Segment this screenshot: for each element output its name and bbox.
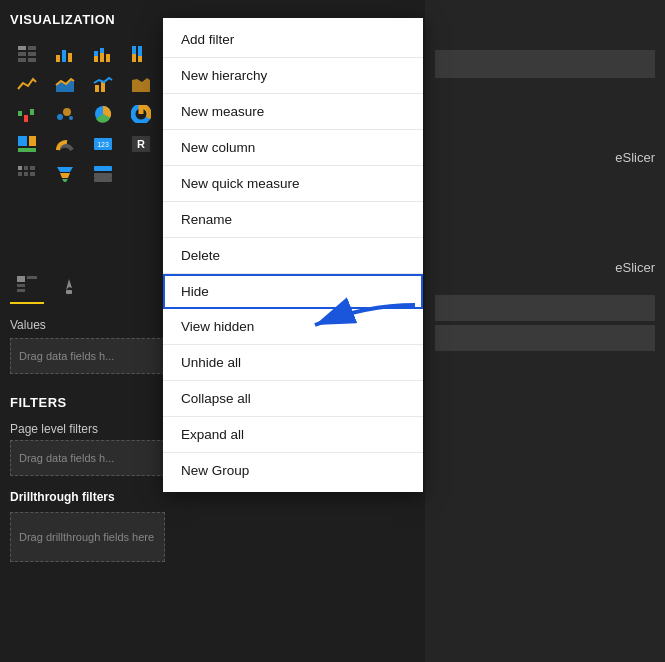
svg-rect-37 bbox=[18, 166, 22, 170]
svg-rect-7 bbox=[62, 50, 66, 62]
right-panel: eSlicer eSlicer bbox=[425, 0, 665, 662]
svg-rect-5 bbox=[28, 58, 36, 62]
svg-rect-4 bbox=[18, 58, 26, 62]
menu-item-new-hierarchy[interactable]: New hierarchy bbox=[163, 58, 423, 94]
drag-page-filters-label: Drag data fields h... bbox=[19, 452, 114, 464]
svg-rect-10 bbox=[94, 51, 98, 56]
svg-rect-1 bbox=[28, 46, 36, 50]
svg-rect-11 bbox=[100, 53, 104, 62]
svg-rect-46 bbox=[94, 166, 112, 171]
svg-rect-9 bbox=[94, 56, 98, 62]
right-dark-bar-2 bbox=[435, 325, 655, 351]
svg-point-25 bbox=[57, 114, 63, 120]
page-level-filters-label: Page level filters bbox=[10, 422, 98, 436]
viz-icon-ribbon[interactable] bbox=[124, 70, 158, 98]
menu-item-rename[interactable]: Rename bbox=[163, 202, 423, 238]
viz-icon-funnel[interactable] bbox=[48, 160, 82, 188]
menu-item-new-column[interactable]: New column bbox=[163, 130, 423, 166]
context-menu: Add filterNew hierarchyNew measureNew co… bbox=[163, 18, 423, 492]
svg-rect-0 bbox=[18, 46, 26, 50]
svg-rect-38 bbox=[24, 166, 28, 170]
viz-icon-matrix[interactable] bbox=[10, 160, 44, 188]
viz-icon-bar[interactable] bbox=[48, 40, 82, 68]
menu-item-expand-all[interactable]: Expand all bbox=[163, 417, 423, 453]
viz-icon-combo[interactable] bbox=[86, 70, 120, 98]
svg-marker-44 bbox=[60, 173, 70, 178]
drag-data-fields-label: Drag data fields h... bbox=[19, 350, 114, 362]
svg-rect-12 bbox=[100, 48, 104, 53]
svg-marker-18 bbox=[56, 79, 74, 92]
viz-icon-waterfall[interactable] bbox=[10, 100, 44, 128]
svg-marker-45 bbox=[62, 179, 68, 182]
right-dark-bar-1 bbox=[435, 295, 655, 321]
viz-icon-donut[interactable] bbox=[124, 100, 158, 128]
drillthrough-label: Drillthrough filters bbox=[10, 490, 115, 504]
menu-item-new-quick-measure[interactable]: New quick measure bbox=[163, 166, 423, 202]
menu-item-view-hidden[interactable]: View hidden bbox=[163, 309, 423, 345]
right-label-eslicer1: eSlicer bbox=[615, 150, 655, 165]
viz-icons-grid: 123 R bbox=[10, 40, 165, 188]
svg-rect-49 bbox=[17, 276, 25, 282]
svg-rect-47 bbox=[94, 173, 112, 178]
svg-rect-40 bbox=[18, 172, 22, 176]
values-label: Values bbox=[10, 318, 46, 332]
search-bar[interactable] bbox=[435, 50, 655, 78]
viz-icon-r[interactable]: R bbox=[124, 130, 158, 158]
svg-rect-23 bbox=[24, 115, 28, 122]
svg-rect-22 bbox=[18, 111, 22, 116]
viz-icon-table[interactable] bbox=[10, 40, 44, 68]
viz-icon-scatter[interactable] bbox=[48, 100, 82, 128]
svg-marker-43 bbox=[57, 167, 73, 172]
format-icon[interactable] bbox=[52, 270, 86, 304]
svg-rect-24 bbox=[30, 109, 34, 115]
viz-icon-card[interactable]: 123 bbox=[86, 130, 120, 158]
svg-rect-39 bbox=[30, 166, 35, 170]
svg-rect-42 bbox=[30, 172, 35, 176]
viz-icon-area[interactable] bbox=[48, 70, 82, 98]
svg-rect-50 bbox=[17, 284, 25, 287]
svg-point-27 bbox=[69, 116, 73, 120]
viz-icon-treemap[interactable] bbox=[10, 130, 44, 158]
fields-icon[interactable] bbox=[10, 270, 44, 304]
drag-data-fields-box[interactable]: Drag data fields h... bbox=[10, 338, 165, 374]
svg-text:R: R bbox=[137, 138, 145, 150]
svg-rect-3 bbox=[28, 52, 36, 56]
svg-point-26 bbox=[63, 108, 71, 116]
svg-rect-6 bbox=[56, 55, 60, 62]
svg-rect-31 bbox=[29, 136, 36, 146]
svg-marker-21 bbox=[132, 78, 150, 92]
svg-rect-13 bbox=[106, 54, 110, 62]
viz-icon-100-bar[interactable] bbox=[124, 40, 158, 68]
viz-bottom-icons bbox=[10, 270, 86, 304]
svg-rect-48 bbox=[94, 178, 112, 182]
menu-item-new-group[interactable]: New Group bbox=[163, 453, 423, 488]
viz-icon-multi-row-card[interactable] bbox=[86, 160, 120, 188]
svg-rect-30 bbox=[18, 136, 27, 146]
svg-rect-17 bbox=[138, 56, 142, 62]
menu-item-add-filter[interactable]: Add filter bbox=[163, 22, 423, 58]
filters-header: FILTERS bbox=[10, 395, 67, 410]
menu-item-collapse-all[interactable]: Collapse all bbox=[163, 381, 423, 417]
right-label-eslicer2: eSlicer bbox=[615, 260, 655, 275]
svg-rect-53 bbox=[66, 290, 72, 294]
svg-rect-15 bbox=[132, 54, 136, 62]
menu-item-new-measure[interactable]: New measure bbox=[163, 94, 423, 130]
svg-rect-41 bbox=[24, 172, 28, 176]
menu-item-hide[interactable]: Hide bbox=[163, 274, 423, 309]
viz-icon-pie[interactable] bbox=[86, 100, 120, 128]
viz-icon-stacked-bar[interactable] bbox=[86, 40, 120, 68]
viz-icon-line[interactable] bbox=[10, 70, 44, 98]
drag-drillthrough-box[interactable]: Drag drillthrough fields here bbox=[10, 512, 165, 562]
svg-rect-51 bbox=[17, 289, 25, 292]
svg-text:123: 123 bbox=[97, 141, 109, 148]
drag-page-filters-box[interactable]: Drag data fields h... bbox=[10, 440, 165, 476]
menu-item-unhide-all[interactable]: Unhide all bbox=[163, 345, 423, 381]
svg-rect-2 bbox=[18, 52, 26, 56]
viz-header: VISUALIZATION bbox=[10, 12, 115, 27]
svg-rect-8 bbox=[68, 53, 72, 62]
svg-rect-52 bbox=[27, 276, 37, 279]
viz-icon-gauge[interactable] bbox=[48, 130, 82, 158]
menu-item-delete[interactable]: Delete bbox=[163, 238, 423, 274]
svg-rect-32 bbox=[18, 148, 36, 152]
svg-rect-19 bbox=[95, 85, 99, 92]
